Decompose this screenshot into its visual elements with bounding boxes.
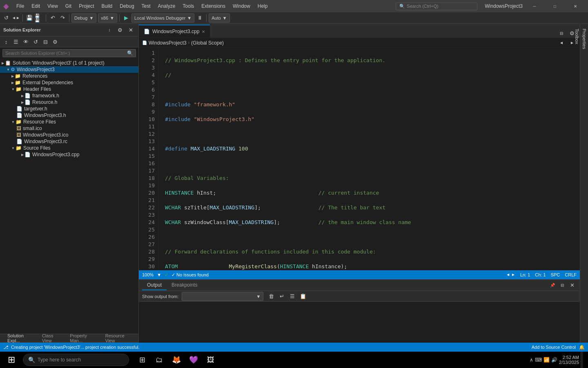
tree-file-wp3-rc[interactable]: 📄 WindowsProject3.rc (0, 138, 138, 145)
se-properties-btn[interactable]: ☰ (11, 37, 20, 46)
menu-test[interactable]: Test (138, 2, 154, 10)
start-button[interactable]: ⊞ (2, 352, 21, 368)
output-word-wrap-btn[interactable]: ↵ (277, 292, 286, 301)
output-float-btn[interactable]: ⊟ (558, 281, 567, 290)
taskbar-search-box[interactable]: 🔍 Type here to search (23, 354, 129, 366)
tree-file-targetver-h[interactable]: 📄 targetver.h (0, 105, 138, 112)
tree-file-framework-h[interactable]: ▶ 📄 framework.h (0, 92, 138, 99)
tab-close-btn[interactable]: ✕ (202, 29, 205, 34)
start-btn[interactable]: ▶ (122, 13, 131, 22)
taskbar-vs[interactable]: 💜 (185, 352, 202, 368)
redo-btn[interactable]: ↷ (58, 13, 67, 22)
tree-external-deps[interactable]: ▶ 📁 External Dependencies (0, 79, 138, 86)
maximize-button[interactable]: □ (546, 0, 564, 12)
output-pin-btn[interactable]: 📌 (548, 281, 557, 290)
save-all-btn[interactable]: 💾💾 (35, 13, 44, 22)
sound-icon[interactable]: 🔊 (551, 357, 557, 363)
output-clear-btn[interactable]: 🗑 (267, 292, 276, 301)
menu-view[interactable]: View (44, 2, 61, 10)
tab-class-view[interactable]: Class View (38, 332, 65, 343)
se-filter-btn[interactable]: ⚙ (51, 37, 60, 46)
menu-tools[interactable]: Tools (179, 2, 197, 10)
close-button[interactable]: ✕ (566, 0, 585, 12)
solution-explorer-title: Solution Explorer (3, 27, 103, 32)
se-close-btn[interactable]: ✕ (126, 25, 135, 34)
new-project-btn[interactable]: ↺ (2, 13, 11, 22)
breadcrumb-file[interactable]: WindowsProject3 (149, 40, 187, 46)
menu-help[interactable]: Help (254, 2, 271, 10)
tab-breakpoints[interactable]: Breakpoints (167, 280, 202, 290)
chevron-up-icon[interactable]: ∧ (530, 357, 533, 363)
open-btn[interactable]: ◄► (11, 13, 20, 22)
properties-tab[interactable]: Properties (581, 24, 588, 343)
taskbar-clock[interactable]: 2:52 AM 2/13/2025 (559, 355, 579, 365)
se-show-all-btn[interactable]: 👁 (21, 37, 30, 46)
tab-solution-explorer[interactable]: Solution Expl... (3, 332, 37, 343)
menu-edit[interactable]: Edit (28, 2, 43, 10)
pause-btn[interactable]: ⏸ (195, 13, 204, 22)
toolbar-separator-2 (46, 14, 46, 22)
title-search-box[interactable]: 🔍 Search (Ctrl+Q) (396, 2, 477, 10)
output-copy-btn[interactable]: 📋 (298, 292, 307, 301)
taskbar-task-view[interactable]: ⊞ (134, 352, 150, 368)
menu-project[interactable]: Project (76, 2, 97, 10)
debugger-label: Local Windows Debugger (134, 16, 185, 20)
output-source-dropdown[interactable]: ▼ (182, 292, 263, 301)
se-collapse-btn[interactable]: ⊟ (41, 37, 50, 46)
editor-nav-back[interactable]: ◄ (557, 38, 566, 47)
show-desktop-btn[interactable] (581, 352, 583, 368)
tab-resource-view[interactable]: Resource View (101, 332, 135, 343)
config-dropdown[interactable]: Debug ▼ (71, 13, 96, 22)
menu-window[interactable]: Window (229, 2, 254, 10)
breadcrumb-scope[interactable]: (Global Scope) (191, 40, 224, 46)
tree-resource-files[interactable]: ▼ 📁 Resource Files (0, 119, 138, 125)
toolbar-separator-1 (22, 14, 23, 22)
keyboard-icon[interactable]: ⌨ (535, 357, 542, 363)
menu-analyze[interactable]: Analyze (155, 2, 179, 10)
code-content[interactable]: // WindowsProject3.cpp : Defines the ent… (158, 48, 574, 270)
se-settings-btn[interactable]: ⚙ (116, 25, 125, 34)
debugger-dropdown[interactable]: Local Windows Debugger ▼ (131, 13, 194, 22)
zoom-level[interactable]: 100% (142, 272, 154, 277)
menu-extensions[interactable]: Extensions (198, 2, 229, 10)
tree-file-wp3-cpp[interactable]: ▶ 📄 WindowsProject3.cpp (0, 151, 138, 158)
notification-bell-icon[interactable]: 🔔 (579, 345, 585, 350)
editor-split-btn[interactable]: ⊟ (557, 29, 566, 38)
tree-file-wp3-h[interactable]: 📄 WindowsProject3.h (0, 112, 138, 119)
solution-explorer-search[interactable]: 🔍 (2, 49, 136, 57)
taskbar-firefox[interactable]: 🦊 (168, 352, 185, 368)
tree-solution[interactable]: ▶ 📋 Solution 'WindowsProject3' (1 of 1 p… (0, 60, 138, 66)
network-icon[interactable]: 📶 (543, 357, 550, 363)
line-number: Ln: 1 (520, 272, 530, 277)
add-source-control-btn[interactable]: Add to Source Control (532, 345, 576, 350)
tab-output[interactable]: Output (142, 280, 167, 290)
toolbox-tab[interactable]: Toolbox (573, 24, 581, 343)
tree-source-files[interactable]: ▼ 📁 Source Files (0, 145, 138, 151)
tree-project[interactable]: ▼ ⚙ WindowsProject3 (0, 66, 138, 73)
save-btn[interactable]: 💾 (25, 13, 34, 22)
menu-file[interactable]: File (13, 2, 27, 10)
se-refresh-btn[interactable]: ↺ (31, 37, 40, 46)
editor-tab-wp3-cpp[interactable]: 📄 WindowsProject3.cpp ✕ (139, 25, 210, 38)
taskbar-unknown-app[interactable]: 🖼 (203, 352, 219, 368)
se-search-input[interactable] (5, 51, 127, 56)
tree-references[interactable]: ▶ 📁 References (0, 73, 138, 79)
menu-debug[interactable]: Debug (116, 2, 137, 10)
platform-dropdown[interactable]: x86 ▼ (98, 13, 117, 22)
undo-btn[interactable]: ↶ (48, 13, 57, 22)
se-sync-btn[interactable]: ↕ (2, 37, 11, 46)
tree-file-resource-h[interactable]: ▶ 📄 Resource.h (0, 99, 138, 105)
menu-build[interactable]: Build (98, 2, 116, 10)
taskbar-file-explorer[interactable]: 🗂 (151, 352, 167, 368)
tree-file-small-ico[interactable]: 🖼 small.ico (0, 125, 138, 132)
tree-header-files[interactable]: ▼ 📁 Header Files (0, 86, 138, 92)
tab-property-manager[interactable]: Property Man... (66, 332, 100, 343)
output-filter-btn[interactable]: ☰ (288, 292, 297, 301)
tree-file-wp3-ico[interactable]: 🖼 WindowsProject3.ico (0, 132, 138, 138)
menu-git[interactable]: Git (62, 2, 75, 10)
auto-dropdown[interactable]: Auto ▼ (209, 13, 230, 22)
se-pin-btn[interactable]: ↕ (105, 25, 114, 34)
references-label: References (22, 73, 47, 79)
minimize-button[interactable]: ─ (525, 0, 544, 12)
project-label: WindowsProject3 (17, 67, 55, 72)
